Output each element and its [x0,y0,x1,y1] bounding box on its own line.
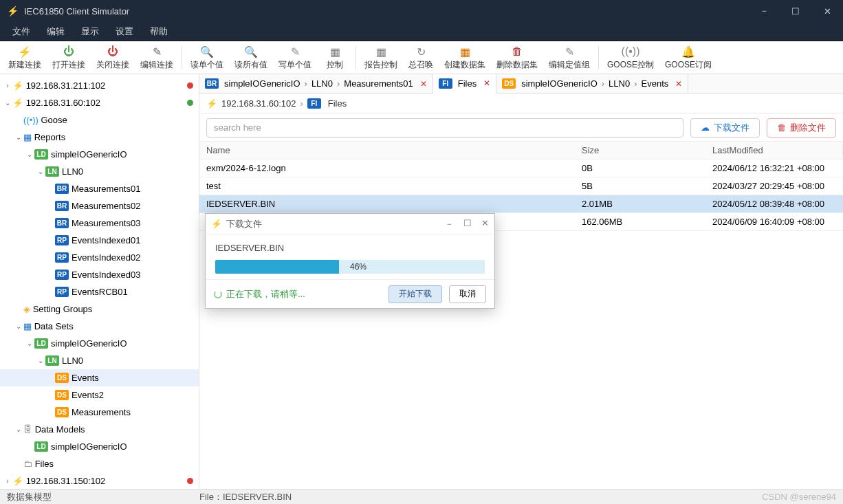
toolbar-icon: ▦ [376,44,386,59]
tree-br[interactable]: BRMeasurements03 [0,215,199,232]
start-download-button[interactable]: 开始下载 [388,285,442,303]
tab-close-icon[interactable]: ✕ [420,79,427,89]
tree-ds[interactable]: DSEvents2 [0,386,199,404]
tree-ld[interactable]: LDsimpleIOGenericIO [0,438,199,455]
tree-ds[interactable]: DSMeasurements [0,404,199,421]
toolbar-icon: ✎ [291,44,300,59]
tree-datamodels[interactable]: ⌄🗄 Data Models [0,421,199,438]
download-file-button[interactable]: ☁下载文件 [690,118,760,138]
action-bar: search here ☁下载文件 🗑删除文件 [199,114,843,142]
toolbar-icon: 🔔 [681,44,695,59]
status-dot-icon [187,478,193,484]
spinner-icon [214,290,222,298]
bolt-icon: ⚡ [211,219,222,229]
download-dialog: ⚡ 下载文件 － ☐ ✕ IEDSERVER.BIN 46% 正在下载，请稍等.… [205,213,495,309]
content-area: BRsimpleIOGenericIO›LLN0›Measurements01✕… [199,74,843,489]
progress-bar: 46% [215,260,485,274]
tree-goose[interactable]: ((•)) Goose [0,111,199,129]
tree-ln[interactable]: ⌄LNLLN0 [0,163,199,180]
menu-帮助[interactable]: 帮助 [142,23,176,41]
tab[interactable]: FIFiles✕ [433,74,496,94]
tree-br[interactable]: BRMeasurements02 [0,197,199,215]
tab[interactable]: DSsimpleIOGenericIO›LLN0›Events✕ [496,74,688,93]
toolbar-icon: ✎ [153,44,162,59]
toolbar-编辑定值组[interactable]: ✎编辑定值组 [543,43,595,72]
toolbar-总召唤[interactable]: ↻总召唤 [403,43,439,72]
breadcrumb-page[interactable]: Files [328,98,347,109]
toolbar-icon: ▦ [330,44,340,59]
tree-setting-groups[interactable]: ◈ Setting Groups [0,300,199,318]
menubar: 文件编辑显示设置帮助 [0,22,843,41]
toolbar-创建数据集[interactable]: ▦创建数据集 [439,43,491,72]
tab-close-icon[interactable]: ✕ [675,79,682,89]
status-mid: File：IEDSERVER.BIN [199,491,292,503]
table-row[interactable]: test5B2024/03/27 20:29:45 +08:00 [199,177,843,195]
tree-ln[interactable]: ⌄LNLLN0 [0,352,199,369]
tree-ld[interactable]: ⌄LDsimpleIOGenericIO [0,146,199,163]
search-input[interactable]: search here [206,118,683,138]
toolbar-GOOSE订阅[interactable]: 🔔GOOSE订阅 [659,43,717,72]
cloud-download-icon: ☁ [701,122,710,133]
menu-文件[interactable]: 文件 [4,23,39,41]
table-header: Name Size LastModified [199,142,843,160]
close-button[interactable]: ✕ [811,0,843,22]
tree-datasets[interactable]: ⌄▦ Data Sets [0,318,199,335]
tree-ld[interactable]: ⌄LDsimpleIOGenericIO [0,335,199,352]
toolbar-读单个值[interactable]: 🔍读单个值 [185,43,229,72]
tree-ds[interactable]: DSEvents [0,369,199,386]
toolbar-编辑连接[interactable]: ✎编辑连接 [135,43,179,72]
col-modified[interactable]: LastModified [712,145,843,155]
toolbar-icon: ✎ [565,44,574,59]
tree-rp[interactable]: RPEventsIndexed02 [0,249,199,266]
toolbar-icon: 🔍 [244,44,258,59]
connection-item[interactable]: ⌄⚡ 192.168.31.60:102 [0,94,199,111]
toolbar-新建连接[interactable]: ⚡新建连接 [3,43,47,72]
tree-rp[interactable]: RPEventsIndexed01 [0,232,199,249]
toolbar-separator [598,46,599,69]
tree-files[interactable]: 🗀 Files [0,455,199,472]
tab[interactable]: BRsimpleIOGenericIO›LLN0›Measurements01✕ [199,74,433,93]
toolbar-打开连接[interactable]: ⏻打开连接 [47,43,91,72]
dialog-minimize-button[interactable]: － [445,218,454,230]
toolbar-关闭连接[interactable]: ⏻关闭连接 [91,43,135,72]
dialog-maximize-button[interactable]: ☐ [463,218,472,230]
toolbar-separator [355,46,356,69]
tree-rp[interactable]: RPEventsRCB01 [0,283,199,300]
toolbar-GOOSE控制[interactable]: ((•))GOOSE控制 [602,43,659,72]
table-row[interactable]: IEDSERVER.BIN2.01MB2024/05/12 08:39:48 +… [199,195,843,213]
toolbar-控制[interactable]: ▦控制 [317,43,353,72]
sidebar: ›⚡ 192.168.31.211:102 ⌄⚡ 192.168.31.60:1… [0,74,199,489]
col-size[interactable]: Size [582,145,712,155]
delete-file-button[interactable]: 🗑删除文件 [767,118,836,138]
dialog-titlebar[interactable]: ⚡ 下载文件 － ☐ ✕ [206,214,494,234]
menu-设置[interactable]: 设置 [107,23,142,41]
app-title: IEC61850 Client Simulator [24,6,129,17]
col-name[interactable]: Name [199,145,582,155]
tree-rp[interactable]: RPEventsIndexed03 [0,266,199,283]
tree-br[interactable]: BRMeasurements01 [0,180,199,197]
breadcrumb-addr[interactable]: 192.168.31.60:102 [221,98,296,109]
tab-badge-icon: DS [502,78,516,89]
connection-item[interactable]: ›⚡ 192.168.31.211:102 [0,77,199,94]
toolbar-删除数据集[interactable]: 🗑删除数据集 [491,43,543,72]
connection-label: 192.168.31.211:102 [26,80,106,91]
tree-reports[interactable]: ⌄▦ Reports [0,129,199,146]
connection-item[interactable]: ›⚡ 192.168.31.150:102 [0,472,199,489]
menu-编辑[interactable]: 编辑 [39,23,73,41]
status-dot-icon [187,83,193,89]
connection-label: 192.168.31.150:102 [26,476,106,486]
dialog-close-button[interactable]: ✕ [481,218,489,230]
cancel-button[interactable]: 取消 [449,285,486,303]
toolbar-报告控制[interactable]: ▦报告控制 [359,43,403,72]
status-left: 数据集模型 [7,491,199,503]
maximize-button[interactable]: ☐ [780,0,811,22]
status-dot-icon [187,100,193,106]
toolbar-读所有值[interactable]: 🔍读所有值 [229,43,273,72]
table-row[interactable]: exm/2024-6-12.logn0B2024/06/12 16:32:21 … [199,160,843,177]
toolbar-写单个值[interactable]: ✎写单个值 [273,43,317,72]
titlebar: ⚡ IEC61850 Client Simulator － ☐ ✕ [0,0,843,22]
minimize-button[interactable]: － [748,0,780,22]
connection-icon: ⚡ [206,98,217,109]
menu-显示[interactable]: 显示 [73,23,107,41]
tab-close-icon[interactable]: ✕ [483,78,490,88]
